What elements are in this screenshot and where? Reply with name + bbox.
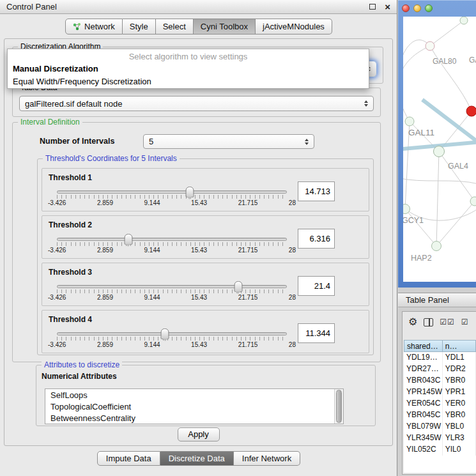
table-cell: YBR0: [443, 410, 476, 421]
slider-track[interactable]: [57, 285, 287, 288]
table-row[interactable]: YBR045CYBR0: [404, 410, 476, 421]
close-traffic-button[interactable]: [402, 4, 410, 12]
numerical-attributes-list: SelfLoops TopologicalCoefficient Between…: [45, 388, 344, 424]
network-node[interactable]: [432, 242, 441, 251]
algorithm-prompt-item: Select algorithm to view settings: [8, 49, 369, 63]
window-controls: [402, 4, 433, 12]
scale-label: 21.715: [238, 341, 258, 348]
threshold-panel-2: Threshold 2 -3.4262.8599.14415.4321.7152…: [42, 215, 369, 259]
table-cell: YBR045C: [404, 410, 443, 421]
slider-track[interactable]: [57, 238, 287, 241]
threshold-2-slider[interactable]: [57, 238, 287, 246]
slider-thumb[interactable]: [185, 187, 194, 197]
table-row[interactable]: YDR27…YDR2: [404, 364, 476, 375]
scale-label: 9.144: [144, 294, 160, 301]
scrollbar-thumb[interactable]: [336, 390, 342, 423]
slider-thumb[interactable]: [124, 234, 132, 245]
node-label: GA: [469, 56, 476, 65]
screen: Control Panel × Network Style Select Cyn…: [0, 0, 476, 476]
tab-impute-data[interactable]: Impute Data: [97, 451, 160, 466]
apply-button[interactable]: Apply: [178, 427, 220, 441]
close-icon[interactable]: ×: [385, 4, 390, 10]
threshold-1-value-field[interactable]: [298, 181, 335, 201]
table-panel: ⚙ ☑☑ ☑ shared… n… YDL19…YDL1 YDR27…YDR2 …: [402, 311, 476, 475]
attributes-group: Attributes to discretize Numerical Attri…: [36, 365, 376, 426]
threshold-3-label: Threshold 3: [49, 268, 92, 277]
table-cell: YLR3: [443, 433, 476, 444]
network-thick-edges: [403, 100, 476, 150]
table-cell: YBR043C: [404, 375, 443, 387]
threshold-4-label: Threshold 4: [49, 315, 92, 324]
table-row[interactable]: YBR043CYBR0: [404, 375, 476, 387]
network-node[interactable]: [460, 17, 468, 24]
table-cell: YPR145W: [404, 387, 443, 398]
tab-jactivemnodules[interactable]: jActiveMNodules: [256, 19, 332, 35]
slider-ticks: [57, 337, 287, 341]
scale-label: 21.715: [238, 294, 258, 301]
network-node[interactable]: [470, 197, 476, 206]
tab-style-label: Style: [130, 22, 148, 31]
table-row[interactable]: YLR345WYLR3: [404, 433, 476, 444]
algorithm-option-equal-width[interactable]: Equal Width/Frequency Discretization: [8, 75, 369, 88]
table-cell: YIL0: [443, 444, 476, 456]
scale-label: -3.426: [48, 247, 66, 254]
network-node[interactable]: [403, 204, 410, 214]
table-row[interactable]: YPR145WYPR1: [404, 387, 476, 398]
list-item-topologicalcoefficient[interactable]: TopologicalCoefficient: [45, 401, 343, 412]
scale-label: 15.43: [191, 247, 207, 254]
threshold-3-value-field[interactable]: [298, 276, 335, 296]
tab-network[interactable]: Network: [65, 19, 123, 35]
minimize-traffic-button[interactable]: [413, 4, 421, 12]
table-row[interactable]: YIL052CYIL0: [404, 444, 476, 456]
table-cell: YBL079W: [404, 421, 443, 433]
bottom-tab-bar: Impute Data Discretize Data Infer Networ…: [0, 451, 397, 466]
slider-ticks: [57, 195, 287, 199]
threshold-2-value-field[interactable]: [298, 229, 335, 249]
table-panel-toolbar: ⚙ ☑☑ ☑: [403, 312, 476, 332]
network-view-window: GAL80 GA GAL11 GAL4 GCY1 HAP2: [398, 0, 476, 288]
list-item-betweennesscentrality[interactable]: BetweennessCentrality: [45, 412, 343, 424]
network-canvas[interactable]: GAL80 GA GAL11 GAL4 GCY1 HAP2: [403, 17, 476, 282]
tab-select-label: Select: [163, 22, 186, 31]
network-node[interactable]: [426, 42, 434, 50]
threshold-3-slider[interactable]: [57, 285, 287, 293]
tab-infer-network[interactable]: Infer Network: [234, 451, 300, 466]
network-node[interactable]: [405, 117, 414, 126]
scale-label: 28: [289, 341, 296, 348]
zoom-traffic-button[interactable]: [425, 4, 433, 12]
list-scrollbar[interactable]: [334, 389, 343, 424]
tab-cyni-toolbox[interactable]: Cyni Toolbox: [194, 19, 256, 35]
table-row[interactable]: YBL079WYBL0: [404, 421, 476, 433]
table-row[interactable]: YDL19…YDL1: [404, 352, 476, 364]
number-of-intervals-combobox[interactable]: 5: [143, 134, 314, 149]
threshold-4-value-field[interactable]: [298, 323, 335, 343]
network-node-selected[interactable]: [466, 106, 476, 116]
slider-track[interactable]: [57, 190, 287, 194]
table-row[interactable]: YER054CYER0: [404, 398, 476, 410]
select-column-icon[interactable]: ☑: [461, 318, 469, 326]
slider-thumb[interactable]: [234, 281, 242, 292]
columns-icon[interactable]: [424, 318, 433, 326]
column-header-shared-name[interactable]: shared…: [404, 340, 443, 352]
float-window-icon[interactable]: [369, 4, 376, 10]
network-node[interactable]: [434, 146, 445, 157]
slider-track[interactable]: [57, 332, 287, 335]
threshold-4-slider[interactable]: [57, 332, 287, 341]
select-all-columns-icon[interactable]: ☑☑: [440, 318, 455, 326]
slider-thumb[interactable]: [161, 328, 169, 339]
slider-scale-labels: -3.4262.8599.14415.4321.71528: [48, 294, 296, 301]
tab-jactivemnodules-label: jActiveMNodules: [263, 22, 325, 31]
tab-select[interactable]: Select: [156, 19, 194, 35]
threshold-1-slider[interactable]: [57, 190, 287, 199]
scale-label: 21.715: [238, 199, 258, 206]
node-label: GAL11: [408, 128, 434, 137]
column-header-name[interactable]: n…: [443, 340, 476, 352]
scale-label: -3.426: [48, 199, 66, 206]
algorithm-option-manual[interactable]: Manual Discretization: [8, 63, 369, 75]
numerical-attributes-label: Numerical Attributes: [42, 372, 117, 381]
tab-style[interactable]: Style: [123, 19, 156, 35]
list-item-selfloops[interactable]: SelfLoops: [45, 389, 343, 401]
gear-icon[interactable]: ⚙: [408, 317, 417, 327]
table-data-combobox[interactable]: galFiltered.sif default node: [19, 96, 374, 111]
tab-discretize-data[interactable]: Discretize Data: [160, 451, 234, 466]
